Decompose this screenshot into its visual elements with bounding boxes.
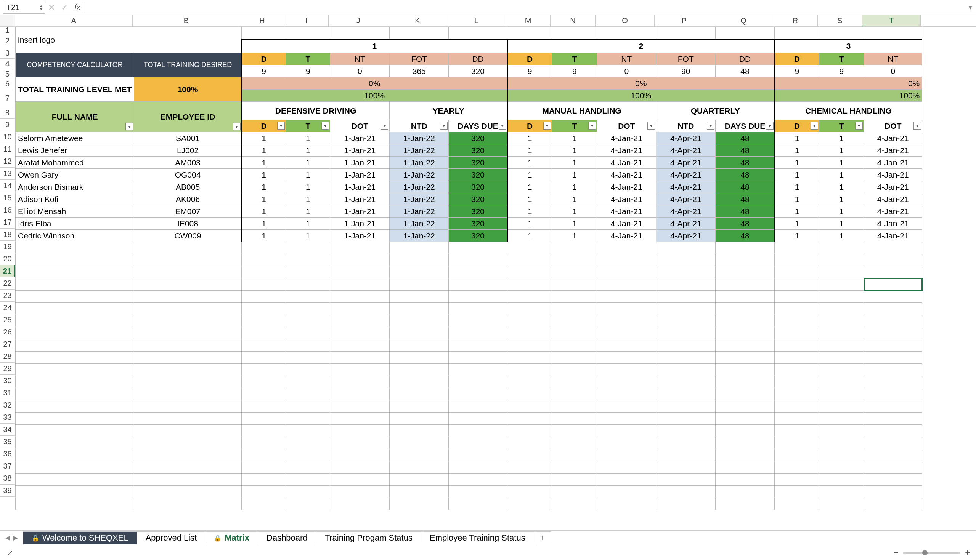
cell[interactable]: [449, 388, 508, 400]
tab-approved[interactable]: Approved List: [137, 532, 206, 544]
row-header-38[interactable]: 38: [0, 472, 15, 485]
cell[interactable]: [656, 413, 715, 425]
cell[interactable]: [819, 303, 864, 315]
cell[interactable]: [552, 278, 597, 291]
cell[interactable]: [242, 352, 286, 364]
cell[interactable]: [16, 278, 134, 291]
cell[interactable]: [389, 413, 449, 425]
cell[interactable]: [242, 364, 286, 376]
cell[interactable]: [242, 291, 286, 303]
cell[interactable]: [819, 315, 864, 327]
cell[interactable]: [449, 461, 508, 473]
cell[interactable]: [389, 242, 449, 254]
cell[interactable]: [449, 376, 508, 388]
cell[interactable]: [330, 388, 389, 400]
cell[interactable]: [508, 413, 552, 425]
tab-welcome[interactable]: 🔒Welcome to SHEQXEL: [23, 532, 137, 544]
cell[interactable]: [715, 315, 775, 327]
cell[interactable]: [597, 303, 656, 315]
cell[interactable]: [389, 327, 449, 340]
row-header-20[interactable]: 20: [0, 253, 15, 265]
cell[interactable]: [449, 291, 508, 303]
cell[interactable]: [16, 340, 134, 352]
cell[interactable]: [775, 437, 819, 449]
cell[interactable]: [508, 473, 552, 486]
row-header-27[interactable]: 27: [0, 338, 15, 350]
cell[interactable]: [449, 278, 508, 291]
row-header-28[interactable]: 28: [0, 350, 15, 363]
row-header-32[interactable]: 32: [0, 399, 15, 412]
cell[interactable]: [449, 449, 508, 461]
cell[interactable]: [819, 327, 864, 340]
row-header-4[interactable]: 4: [0, 59, 15, 69]
cell[interactable]: [449, 303, 508, 315]
filter-icon[interactable]: ▼: [233, 123, 241, 130]
cell[interactable]: [656, 266, 715, 278]
cell[interactable]: [656, 425, 715, 437]
cell[interactable]: [715, 278, 775, 291]
cell[interactable]: [134, 498, 242, 510]
filter-icon[interactable]: ▼: [277, 122, 285, 130]
cell[interactable]: [330, 413, 389, 425]
cell[interactable]: [389, 278, 449, 291]
cell[interactable]: [552, 425, 597, 437]
cell[interactable]: [775, 461, 819, 473]
select-all-corner[interactable]: [0, 15, 15, 26]
cell[interactable]: [597, 364, 656, 376]
cell[interactable]: [715, 413, 775, 425]
cell[interactable]: [508, 425, 552, 437]
cell[interactable]: [864, 266, 922, 278]
row-header-26[interactable]: 26: [0, 326, 15, 338]
cell[interactable]: [286, 498, 330, 510]
cell[interactable]: [864, 425, 922, 437]
row-header-18[interactable]: 18: [0, 228, 15, 241]
cell[interactable]: [864, 315, 922, 327]
cell[interactable]: [134, 315, 242, 327]
filter-icon[interactable]: ▼: [440, 122, 448, 130]
row-header-19[interactable]: 19: [0, 241, 15, 253]
name-box-spinner[interactable]: ▲▼: [39, 5, 43, 11]
cell[interactable]: [715, 449, 775, 461]
cell[interactable]: [819, 376, 864, 388]
cell[interactable]: [449, 413, 508, 425]
cell[interactable]: [389, 473, 449, 486]
cell[interactable]: [864, 449, 922, 461]
cell[interactable]: [286, 400, 330, 413]
cell[interactable]: [389, 352, 449, 364]
cell[interactable]: [242, 340, 286, 352]
cell[interactable]: [449, 364, 508, 376]
cell[interactable]: [864, 473, 922, 486]
cell[interactable]: [330, 278, 389, 291]
cell[interactable]: [819, 242, 864, 254]
cell[interactable]: [819, 291, 864, 303]
cell[interactable]: [16, 327, 134, 340]
cell[interactable]: [286, 242, 330, 254]
cell[interactable]: [16, 425, 134, 437]
cell[interactable]: [242, 266, 286, 278]
cell[interactable]: [864, 486, 922, 498]
cell[interactable]: [286, 449, 330, 461]
cell[interactable]: [389, 400, 449, 413]
cell[interactable]: [242, 254, 286, 266]
grid-area[interactable]: insert logo123COMPETENCY CALCULATORTOTAL…: [15, 27, 976, 533]
cell[interactable]: [656, 315, 715, 327]
cell[interactable]: [330, 291, 389, 303]
cell[interactable]: [449, 327, 508, 340]
row-header-13[interactable]: 13: [0, 168, 15, 180]
cell[interactable]: [508, 400, 552, 413]
cell[interactable]: [508, 437, 552, 449]
cell[interactable]: [819, 413, 864, 425]
cell[interactable]: [286, 413, 330, 425]
cell[interactable]: [286, 315, 330, 327]
cell[interactable]: [715, 254, 775, 266]
cell[interactable]: [775, 315, 819, 327]
cell[interactable]: [775, 486, 819, 498]
cell[interactable]: [864, 413, 922, 425]
row-header-17[interactable]: 17: [0, 217, 15, 228]
cell[interactable]: [242, 315, 286, 327]
formula-input[interactable]: [84, 2, 968, 13]
cell[interactable]: [286, 266, 330, 278]
cell[interactable]: [449, 315, 508, 327]
cell[interactable]: [242, 327, 286, 340]
row-header-21[interactable]: 21: [0, 265, 15, 277]
